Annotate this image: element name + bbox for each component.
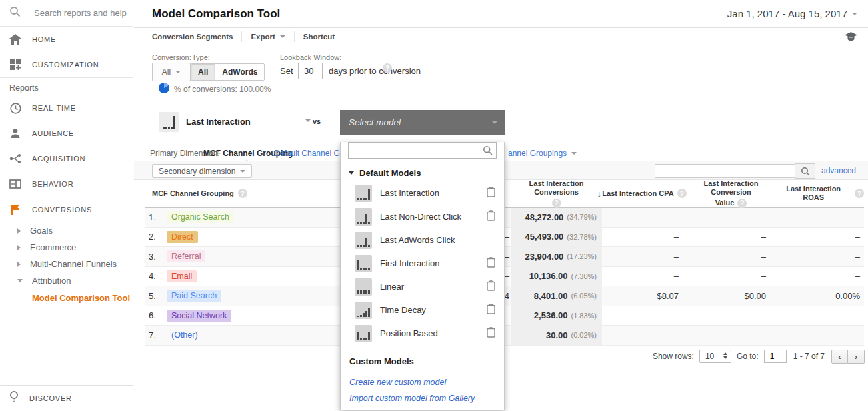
sidebar-item-audience[interactable]: AUDIENCE (0, 121, 133, 146)
sidebar-item-home[interactable]: HOME (0, 27, 133, 52)
channel-chip[interactable]: Direct (167, 231, 198, 243)
help-icon[interactable]: ? (552, 199, 561, 208)
sidebar-item-conversions[interactable]: CONVERSIONS (0, 197, 133, 222)
tab-shortcut[interactable]: Shortcut (295, 31, 343, 42)
help-icon[interactable]: ? (383, 63, 392, 73)
channel-chip[interactable]: Social Network (167, 310, 231, 322)
header-last-interaction-conversion-value[interactable]: Last Interaction Conversion Value ? (687, 180, 775, 207)
channel-chip[interactable]: Email (167, 270, 197, 282)
page-title: Model Comparison Tool (152, 7, 727, 21)
sidebar-subitem-goals[interactable]: Goals (0, 222, 133, 239)
previous-page-button[interactable]: ‹ (831, 350, 848, 364)
header-last-interaction-cpa[interactable]: Last Interaction CPA ? (602, 180, 687, 207)
channel-chip[interactable]: (Other) (167, 329, 203, 341)
acquisition-icon (9, 153, 21, 164)
table-row[interactable]: 6. Social Network – 2,536.00 (1.83%) – –… (145, 306, 864, 326)
chevron-right-icon (17, 245, 21, 250)
type-adwords-button[interactable]: AdWords (215, 64, 264, 80)
show-rows-select[interactable]: 10 (699, 350, 731, 363)
copy-model-icon[interactable] (487, 210, 495, 224)
table-search-input[interactable] (655, 164, 795, 178)
lookback-days-input[interactable] (298, 63, 323, 79)
roas-cell: – (775, 212, 864, 222)
import-custom-model-link[interactable]: Import custom model from Gallery (341, 388, 504, 404)
conversion-value-cell: – (687, 271, 775, 281)
conversion-select-value: All (162, 67, 171, 77)
search-icon (9, 6, 21, 20)
header-last-interaction-roas[interactable]: Last Interaction ROAS ? (775, 180, 864, 207)
chevron-down-icon (349, 171, 354, 175)
goto-label: Go to: (737, 352, 759, 361)
home-icon (9, 34, 21, 45)
table-row[interactable]: 1. Organic Search – 48,272.00 (34.79%) –… (145, 208, 864, 228)
header-label: Last Interaction Conversions (511, 179, 602, 197)
copy-model-icon[interactable] (487, 257, 495, 270)
sidebar-item-real-time[interactable]: REAL-TIME (0, 95, 133, 121)
secondary-dimension-button[interactable]: Secondary dimension (152, 164, 252, 178)
help-icon[interactable]: ? (677, 189, 687, 198)
sidebar-item-customization[interactable]: CUSTOMIZATION (0, 52, 133, 77)
sidebar-item-behavior[interactable]: BEHAVIOR (0, 171, 133, 197)
copy-model-icon[interactable] (487, 187, 495, 200)
tab-export[interactable]: Export (242, 31, 294, 42)
sidebar-subitem-attribution[interactable]: Attribution (0, 272, 133, 289)
sidebar-search[interactable]: Search reports and help (0, 0, 133, 27)
channel-chip[interactable]: Referral (167, 250, 205, 262)
model-item-last-adwords-click[interactable]: Last AdWords Click (341, 228, 504, 252)
reports-section-label: Reports (0, 78, 133, 95)
academy-graduation-cap-icon[interactable] (845, 32, 857, 41)
copy-model-icon[interactable] (487, 327, 495, 340)
conversions-value: 10,136.00 (529, 271, 568, 281)
sidebar-subitem-model-comparison-tool[interactable]: Model Comparison Tool (0, 289, 133, 306)
date-range-selector[interactable]: Jan 1, 2017 - Aug 15, 2017 (727, 8, 857, 19)
type-all-button[interactable]: All (191, 64, 215, 80)
conversions-percent: (6.05%) (571, 292, 597, 300)
help-icon[interactable]: ? (855, 189, 864, 198)
next-page-button[interactable]: › (848, 350, 865, 364)
model-item-last-interaction[interactable]: Last Interaction (341, 181, 504, 205)
sort-descending-icon[interactable]: ↓ (597, 189, 602, 198)
conversions-value: 48,272.00 (525, 212, 564, 222)
cpa-cell: – (602, 330, 687, 340)
default-models-section-toggle[interactable]: Default Models (341, 163, 504, 181)
sidebar-item-acquisition[interactable]: ACQUISITION (0, 146, 133, 171)
row-range-label: 1 - 7 of 7 (793, 352, 825, 361)
behavior-icon (9, 179, 21, 189)
table-row[interactable]: 7. (Other) – 30.00 (0.02%) – – – (145, 326, 864, 346)
sidebar-item-discover[interactable]: DISCOVER (0, 385, 133, 411)
advanced-search-link[interactable]: advanced (821, 166, 856, 175)
header-label: Last Interaction Conversion (687, 179, 775, 197)
help-icon[interactable]: ? (737, 199, 747, 208)
create-custom-model-link[interactable]: Create new custom model (341, 372, 504, 388)
table-row[interactable]: 3. Referral – 23,904.00 (17.23%) – – – (145, 247, 864, 267)
tab-conversion-segments[interactable]: Conversion Segments (152, 31, 242, 42)
header-last-interaction-conversions[interactable]: Last Interaction Conversions ? ↓ (511, 180, 602, 207)
channel-groupings-link[interactable]: annel Groupings (508, 149, 577, 158)
channel-chip[interactable]: Paid Search (167, 290, 221, 302)
model-item-position-based[interactable]: Position Based (341, 322, 504, 345)
selected-model-name[interactable]: Last Interaction (186, 117, 251, 127)
table-row[interactable]: 5. Paid Search 74 8,401.00 (6.05%) $8.07… (145, 286, 864, 306)
conversions-percent: (34.79%) (567, 213, 597, 221)
help-icon[interactable]: ? (238, 189, 247, 198)
model-search-input[interactable] (348, 142, 497, 159)
table-search-button[interactable] (795, 163, 815, 179)
sidebar-subitem-ecommerce[interactable]: Ecommerce (0, 239, 133, 256)
copy-model-icon[interactable] (487, 280, 495, 294)
cpa-cell: – (602, 271, 687, 281)
select-model-dropdown-header[interactable]: Select model (340, 110, 505, 135)
sidebar-subitem-multi-channel-funnels[interactable]: Multi-Channel Funnels (0, 256, 133, 272)
type-label: Type: (192, 53, 210, 61)
conversion-select[interactable]: All (152, 63, 191, 81)
goto-page-input[interactable] (764, 350, 787, 363)
channel-chip[interactable]: Organic Search (167, 211, 234, 223)
dashed-divider (317, 102, 317, 115)
model-name: Position Based (380, 328, 487, 338)
copy-model-icon[interactable] (487, 304, 495, 317)
table-row[interactable]: 2. Direct – 45,493.00 (32.78%) – – – (145, 228, 864, 248)
table-row[interactable]: 4. Email – 10,136.00 (7.30%) – – – (145, 267, 864, 287)
model-item-time-decay[interactable]: Time Decay (341, 298, 504, 322)
model-item-linear[interactable]: Linear (341, 275, 504, 298)
model-item-first-interaction[interactable]: First Interaction (341, 252, 504, 275)
model-item-last-non-direct-click[interactable]: Last Non-Direct Click (341, 205, 504, 228)
